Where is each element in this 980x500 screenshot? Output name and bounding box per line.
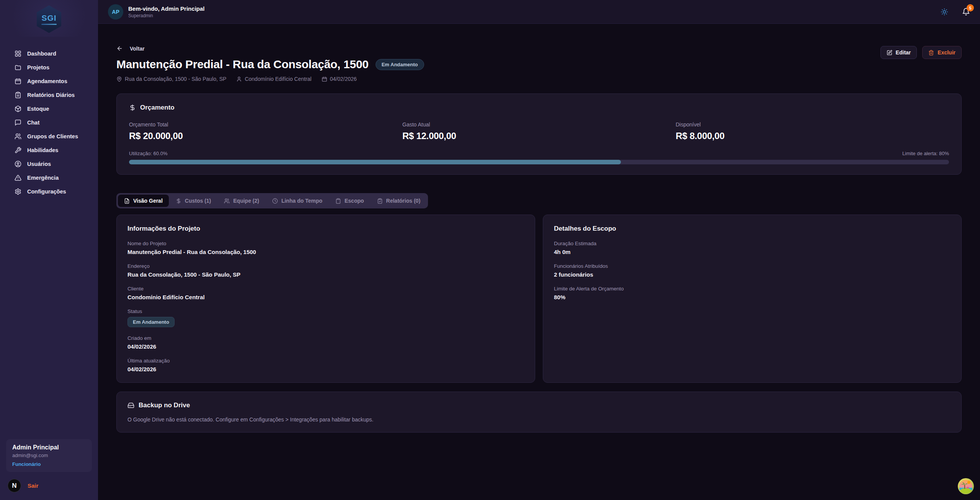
field-duration: Duração Estimada 4h 0m xyxy=(554,241,951,255)
budget-total-label: Orçamento Total xyxy=(129,121,402,128)
sidebar-item-label: Habilidades xyxy=(27,147,58,153)
logout-button[interactable]: Sair xyxy=(28,482,38,489)
role-text: Superadmin xyxy=(128,13,204,18)
budget-spent-value: R$ 12.000,00 xyxy=(402,131,676,141)
field-value: 4h 0m xyxy=(554,249,951,255)
users-icon xyxy=(15,133,21,140)
budget-card: Orçamento Orçamento Total R$ 20.000,00 G… xyxy=(116,93,962,175)
sidebar-item-label: Relatórios Diários xyxy=(27,92,75,98)
island-widget-button[interactable] xyxy=(957,478,974,495)
field-project-name: Nome do Projeto Manutenção Predial - Rua… xyxy=(127,241,524,255)
sidebar-item-agendamentos[interactable]: Agendamentos xyxy=(0,74,98,88)
field-address: Endereço Rua da Consolação, 1500 - São P… xyxy=(127,263,524,278)
content-column: AP Bem-vindo, Admin Principal Superadmin… xyxy=(98,0,980,500)
notification-count-badge: 5 xyxy=(967,4,974,11)
users-icon xyxy=(224,198,230,204)
message-square-icon xyxy=(15,119,21,126)
nextjs-dev-badge[interactable]: N xyxy=(8,479,21,492)
project-info-card: Informações do Projeto Nome do Projeto M… xyxy=(116,215,535,383)
field-label: Endereço xyxy=(127,263,524,269)
field-status: Status Em Andamento xyxy=(127,308,524,327)
tab-label: Linha do Tempo xyxy=(281,198,322,204)
sidebar-item-emergencia[interactable]: Emergência xyxy=(0,171,98,185)
edit-button[interactable]: Editar xyxy=(880,46,917,59)
page-actions: Editar Excluir xyxy=(880,46,962,59)
clipboard-list-icon xyxy=(15,92,21,98)
arrow-left-icon xyxy=(116,45,123,52)
sidebar-item-habilidades[interactable]: Habilidades xyxy=(0,143,98,157)
field-label: Limite de Alerta de Orçamento xyxy=(554,286,951,292)
field-budget-alert: Limite de Alerta de Orçamento 80% xyxy=(554,286,951,300)
sidebar-nav: Dashboard Projetos Agendamentos Relatóri… xyxy=(0,47,98,198)
field-label: Cliente xyxy=(127,286,524,292)
sidebar-item-label: Chat xyxy=(27,120,39,126)
scope-details-card: Detalhes do Escopo Duração Estimada 4h 0… xyxy=(543,215,962,383)
tab-escopo[interactable]: Escopo xyxy=(329,195,370,207)
pencil-icon xyxy=(887,50,892,56)
backup-message: O Google Drive não está conectado. Confi… xyxy=(127,416,951,423)
sidebar-item-relatorios-diarios[interactable]: Relatórios Diários xyxy=(0,88,98,102)
main-content: Voltar Manutenção Predial - Rua da Conso… xyxy=(98,24,980,500)
logo-tagline-decoration xyxy=(41,24,57,25)
meta-client-text: Condomínio Edifício Central xyxy=(245,76,311,82)
field-label: Última atualização xyxy=(127,358,524,364)
sidebar-item-configuracoes[interactable]: Configurações xyxy=(0,185,98,198)
backup-heading-row: Backup no Drive xyxy=(127,402,951,409)
budget-total-value: R$ 20.000,00 xyxy=(129,131,402,141)
sidebar: SGI Dashboard Projetos Agendamentos Rela… xyxy=(0,0,98,500)
tab-label: Relatórios (0) xyxy=(386,198,420,204)
tab-relatorios[interactable]: Relatórios (0) xyxy=(371,195,426,207)
sidebar-item-label: Dashboard xyxy=(27,51,56,57)
back-button[interactable]: Voltar xyxy=(116,45,424,52)
sidebar-item-projetos[interactable]: Projetos xyxy=(0,61,98,74)
sidebar-item-chat[interactable]: Chat xyxy=(0,116,98,130)
field-value: 2 funcionários xyxy=(554,271,951,278)
hard-drive-icon xyxy=(127,402,134,409)
meta-client: Condomínio Edifício Central xyxy=(236,76,311,82)
sidebar-item-label: Usuários xyxy=(27,161,51,167)
field-label: Funcionários Atribuídos xyxy=(554,263,951,269)
budget-grid: Orçamento Total R$ 20.000,00 Gasto Atual… xyxy=(129,121,949,141)
clipboard-icon xyxy=(335,198,341,204)
alert-limit-label: Limite de alerta: 80% xyxy=(902,151,949,156)
backup-heading: Backup no Drive xyxy=(139,402,190,409)
user-role-link[interactable]: Funcionário xyxy=(12,461,86,467)
tab-visao-geral[interactable]: Visão Geral xyxy=(118,195,169,207)
field-label: Nome do Projeto xyxy=(127,241,524,246)
theme-toggle-button[interactable] xyxy=(941,8,948,16)
calendar-icon xyxy=(322,76,327,82)
sidebar-spacer xyxy=(0,198,98,439)
tab-custos[interactable]: Custos (1) xyxy=(170,195,217,207)
field-value: 04/02/2026 xyxy=(127,366,524,372)
scope-details-heading: Detalhes do Escopo xyxy=(554,225,951,233)
utilization-label: Utilização: 60.0% xyxy=(129,151,167,156)
logout-row: N Sair xyxy=(0,477,98,500)
sidebar-item-dashboard[interactable]: Dashboard xyxy=(0,47,98,61)
budget-heading-row: Orçamento xyxy=(129,104,949,111)
sidebar-item-grupos-de-clientes[interactable]: Grupos de Clientes xyxy=(0,130,98,143)
user-icon xyxy=(236,76,242,82)
logo-text: SGI xyxy=(41,13,56,23)
notifications-button[interactable]: 5 xyxy=(962,8,970,16)
field-label: Duração Estimada xyxy=(554,241,951,246)
sidebar-item-usuarios[interactable]: Usuários xyxy=(0,157,98,171)
sidebar-item-estoque[interactable]: Estoque xyxy=(0,102,98,116)
sidebar-item-label: Configurações xyxy=(27,189,66,195)
meta-address: Rua da Consolação, 1500 - São Paulo, SP xyxy=(116,76,226,82)
avatar[interactable]: AP xyxy=(108,4,123,20)
tab-linha-do-tempo[interactable]: Linha do Tempo xyxy=(266,195,328,207)
sidebar-item-label: Agendamentos xyxy=(27,78,67,84)
alert-triangle-icon xyxy=(15,174,21,181)
budget-available-value: R$ 8.000,00 xyxy=(676,131,949,141)
topbar-actions: 5 xyxy=(941,8,970,16)
sgi-logo[interactable]: SGI xyxy=(37,5,61,33)
budget-spent: Gasto Atual R$ 12.000,00 xyxy=(402,121,676,141)
field-label: Criado em xyxy=(127,335,524,341)
back-label: Voltar xyxy=(130,46,145,52)
field-value: Rua da Consolação, 1500 - São Paulo, SP xyxy=(127,271,524,278)
tab-equipe[interactable]: Equipe (2) xyxy=(218,195,265,207)
delete-button[interactable]: Excluir xyxy=(922,46,962,59)
status-badge: Em Andamento xyxy=(376,59,424,70)
meta-date-text: 04/02/2026 xyxy=(330,76,357,82)
field-updated: Última atualização 04/02/2026 xyxy=(127,358,524,372)
